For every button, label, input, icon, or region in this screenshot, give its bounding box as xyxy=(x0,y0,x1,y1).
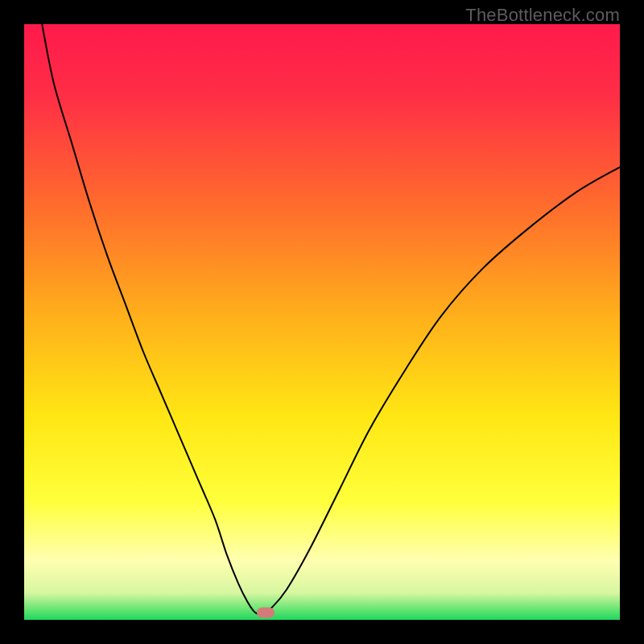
plot-area xyxy=(24,24,620,620)
chart-frame: TheBottleneck.com xyxy=(0,0,644,644)
watermark-text: TheBottleneck.com xyxy=(465,5,620,26)
bottleneck-curve xyxy=(42,24,620,614)
curve-layer xyxy=(24,24,620,620)
optimal-point-marker xyxy=(257,608,275,618)
